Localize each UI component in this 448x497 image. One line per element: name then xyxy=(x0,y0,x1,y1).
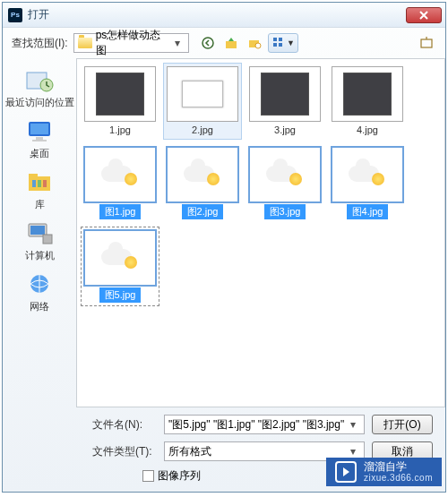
up-folder-icon xyxy=(224,36,238,50)
file-thumbnail[interactable]: 图1.jpg xyxy=(81,143,159,223)
app-icon: Ps xyxy=(8,8,22,22)
svg-rect-4 xyxy=(273,38,277,41)
filename-label: 文件名(N): xyxy=(92,417,157,433)
filetype-label: 文件类型(T): xyxy=(92,444,157,459)
svg-rect-7 xyxy=(279,43,282,47)
svg-rect-16 xyxy=(29,174,38,177)
thumbnail-image xyxy=(167,147,238,202)
thumbnail-image xyxy=(84,147,156,202)
chevron-down-icon: ▾ xyxy=(346,416,360,433)
libraries-icon xyxy=(23,169,56,196)
file-thumbnail[interactable]: 图3.jpg xyxy=(246,143,324,223)
sidebar-item-libraries[interactable]: 库 xyxy=(3,166,76,215)
svg-rect-1 xyxy=(226,41,237,48)
file-name: 3.jpg xyxy=(269,124,301,136)
open-button[interactable]: 打开(O) xyxy=(372,415,433,434)
svg-rect-19 xyxy=(43,180,47,187)
image-sequence-label: 图像序列 xyxy=(158,468,201,484)
close-icon xyxy=(419,11,428,20)
filetype-value: 所有格式 xyxy=(168,444,211,459)
svg-rect-8 xyxy=(421,39,432,47)
filename-input[interactable]: "图5.jpg" "图1.jpg" "图2.jpg" "图3.jpg" ▾ xyxy=(164,415,365,434)
svg-rect-13 xyxy=(36,137,43,140)
pin-icon xyxy=(419,37,434,49)
svg-rect-14 xyxy=(32,140,47,141)
file-name: 1.jpg xyxy=(104,124,136,136)
svg-rect-5 xyxy=(279,38,282,41)
file-thumbnail[interactable]: 图4.jpg xyxy=(328,143,407,223)
back-icon xyxy=(201,36,215,50)
computer-icon xyxy=(23,220,56,247)
svg-rect-18 xyxy=(38,180,41,187)
lookin-row: 查找范围(I): ps怎样做动态图 ▾ ▼ xyxy=(3,28,445,58)
file-thumbnail[interactable]: 4.jpg xyxy=(328,63,407,140)
file-name: 图3.jpg xyxy=(264,204,306,219)
file-name: 图2.jpg xyxy=(182,204,224,219)
file-thumbnail[interactable]: 图5.jpg xyxy=(81,227,159,306)
svg-rect-21 xyxy=(30,226,45,235)
folder-icon xyxy=(78,38,92,48)
file-name: 图5.jpg xyxy=(99,287,142,303)
body-row: 最近访问的位置 桌面 库 计算机 网络 1.jpg2.jpg3.jpg4.jpg… xyxy=(3,58,445,407)
new-folder-button[interactable] xyxy=(245,33,264,53)
desktop-icon xyxy=(23,118,56,145)
file-name: 图1.jpg xyxy=(99,204,142,219)
views-icon xyxy=(272,37,285,49)
thumbnail-image xyxy=(249,147,321,202)
file-grid[interactable]: 1.jpg2.jpg3.jpg4.jpg图1.jpg图2.jpg图3.jpg图4… xyxy=(76,58,445,407)
window-title: 打开 xyxy=(28,7,406,22)
thumbnail-image xyxy=(332,147,403,202)
lookin-select[interactable]: ps怎样做动态图 ▾ xyxy=(73,33,190,53)
filename-value: "图5.jpg" "图1.jpg" "图2.jpg" "图3.jpg" xyxy=(168,417,344,433)
chevron-down-icon: ▼ xyxy=(287,39,295,47)
close-button[interactable] xyxy=(406,7,442,23)
file-thumbnail[interactable]: 1.jpg xyxy=(81,63,159,140)
up-button[interactable] xyxy=(221,33,241,53)
file-thumbnail[interactable]: 2.jpg xyxy=(163,63,242,140)
views-button[interactable]: ▼ xyxy=(268,33,298,53)
sidebar-item-desktop[interactable]: 桌面 xyxy=(3,115,76,164)
sidebar-item-recent[interactable]: 最近访问的位置 xyxy=(3,64,76,113)
svg-rect-12 xyxy=(30,124,48,134)
file-thumbnail[interactable]: 3.jpg xyxy=(246,63,324,140)
titlebar: Ps 打开 xyxy=(3,3,445,28)
file-thumbnail[interactable]: 图2.jpg xyxy=(163,143,242,223)
play-icon xyxy=(335,461,357,483)
svg-point-3 xyxy=(255,43,261,48)
thumbnail-image xyxy=(84,230,156,286)
places-sidebar: 最近访问的位置 桌面 库 计算机 网络 xyxy=(3,58,76,407)
sidebar-item-network[interactable]: 网络 xyxy=(3,268,76,317)
file-name: 图4.jpg xyxy=(347,204,389,219)
file-name: 2.jpg xyxy=(186,124,219,136)
thumbnail-image xyxy=(249,66,321,122)
thumbnail-image xyxy=(332,66,403,122)
watermark: 溜溜自学 zixue.3d66.com xyxy=(326,458,442,486)
recent-icon xyxy=(23,67,56,94)
thumbnail-image xyxy=(167,66,238,122)
sidebar-item-computer[interactable]: 计算机 xyxy=(3,217,76,266)
lookin-label: 查找范围(I): xyxy=(12,36,68,51)
svg-rect-6 xyxy=(273,43,277,47)
thumbnail-image xyxy=(84,66,156,122)
pin-button[interactable] xyxy=(417,33,436,53)
open-dialog: Ps 打开 查找范围(I): ps怎样做动态图 ▾ ▼ xyxy=(2,2,446,493)
svg-point-0 xyxy=(202,38,213,48)
chevron-down-icon: ▾ xyxy=(170,35,185,51)
lookin-value: ps怎样做动态图 xyxy=(96,28,168,58)
network-icon xyxy=(23,271,56,298)
image-sequence-checkbox[interactable] xyxy=(142,470,154,482)
back-button[interactable] xyxy=(198,33,218,53)
nav-toolbar: ▼ xyxy=(198,33,298,53)
svg-rect-22 xyxy=(43,235,52,244)
file-name: 4.jpg xyxy=(351,124,383,136)
svg-rect-17 xyxy=(32,180,36,187)
new-folder-icon xyxy=(247,36,262,50)
